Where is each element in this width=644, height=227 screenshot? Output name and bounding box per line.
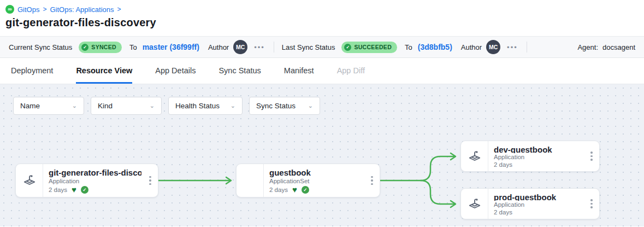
node-kind: Application	[494, 201, 583, 208]
agent-value: docsagent	[602, 43, 635, 51]
node-icon-cell	[237, 164, 264, 197]
chevron-down-icon: ⌄	[72, 102, 77, 109]
node-body: guestbook ApplicationSet 2 days ♥ ✓	[264, 164, 364, 197]
node-icon-cell	[461, 141, 488, 171]
node-kebab-menu[interactable]	[584, 141, 599, 171]
succeeded-badge-label: SUCCEEDED	[354, 44, 392, 50]
node-meta: 2 days ♥ ✓	[49, 185, 141, 194]
graph-filters: Name ⌄ Kind ⌄ Health Status ⌄ Sync Statu…	[13, 97, 320, 115]
node-kind: ApplicationSet	[269, 178, 363, 184]
breadcrumb: ∞ GitOps > GitOps: Applications >	[5, 5, 635, 14]
kebab-menu-icon	[371, 176, 373, 185]
synced-badge-label: SYNCED	[91, 44, 116, 50]
agent-info: Agent: docsagent	[577, 43, 635, 51]
tab-app-diff: App Diff	[337, 58, 365, 84]
divider	[274, 42, 274, 53]
node-kind: Application	[494, 154, 583, 160]
node-guestbook[interactable]: guestbook ApplicationSet 2 days ♥ ✓	[236, 164, 380, 197]
current-more-menu-icon[interactable]: •••	[254, 43, 265, 51]
check-icon: ✓	[81, 44, 88, 51]
node-dev-guestbook[interactable]: dev-guestbook Application 2 days	[460, 141, 600, 172]
last-sync-status-label: Last Sync Status	[282, 43, 335, 51]
last-author-label: Author	[461, 43, 482, 51]
health-heart-icon: ♥	[72, 185, 76, 194]
gitops-logo-icon: ∞	[5, 5, 14, 14]
page-header: ∞ GitOps > GitOps: Applications > git-ge…	[0, 0, 644, 36]
filter-sync-status-label: Sync Status	[256, 102, 296, 110]
application-icon	[22, 173, 37, 188]
filter-kind-label: Kind	[98, 102, 113, 110]
node-name: guestbook	[269, 168, 363, 177]
current-revision-link[interactable]: master (36f99ff)	[143, 43, 199, 51]
node-body: git-generator-files-disco... Application…	[43, 164, 143, 197]
last-to-label: To	[405, 43, 412, 51]
synced-check-icon: ✓	[302, 186, 309, 194]
current-sync-status-label: Current Sync Status	[9, 43, 72, 51]
succeeded-badge: ✓ SUCCEEDED	[341, 42, 397, 53]
agent-label: Agent:	[577, 43, 598, 51]
chevron-down-icon: ⌄	[231, 102, 235, 109]
node-kebab-menu[interactable]	[364, 164, 380, 197]
node-name: prod-guestbook	[494, 193, 583, 201]
synced-check-icon: ✓	[81, 186, 88, 194]
node-age: 2 days	[494, 209, 512, 216]
tab-app-details[interactable]: App Details	[155, 58, 196, 84]
node-age: 2 days	[269, 187, 288, 193]
breadcrumb-separator: >	[117, 5, 121, 13]
breadcrumb-separator: >	[43, 5, 46, 13]
current-to-label: To	[129, 43, 137, 51]
node-kebab-menu[interactable]	[143, 164, 158, 197]
kebab-menu-icon	[149, 176, 151, 185]
node-meta: 2 days ♥ ✓	[269, 185, 363, 194]
node-kebab-menu[interactable]	[584, 189, 599, 219]
node-name: dev-guestbook	[494, 145, 583, 153]
check-icon: ✓	[344, 44, 351, 51]
node-icon-cell	[461, 189, 488, 219]
node-prod-guestbook[interactable]: prod-guestbook Application 2 days	[460, 188, 600, 219]
last-more-menu-icon[interactable]: •••	[507, 43, 518, 51]
page-title: git-generator-files-discovery	[5, 16, 635, 29]
node-kind: Application	[49, 178, 141, 184]
node-age: 2 days	[49, 187, 67, 193]
filter-health-status-label: Health Status	[175, 102, 220, 110]
tab-deployment[interactable]: Deployment	[11, 58, 53, 84]
node-icon-cell	[16, 164, 43, 197]
tab-manifest[interactable]: Manifest	[284, 58, 314, 84]
node-meta: 2 days	[494, 209, 583, 216]
current-author-avatar: MC	[233, 40, 247, 54]
tab-bar: Deployment Resource View App Details Syn…	[0, 58, 644, 84]
filter-kind-dropdown[interactable]: Kind ⌄	[91, 97, 162, 115]
breadcrumb-applications[interactable]: GitOps: Applications	[50, 5, 114, 14]
kebab-menu-icon	[590, 199, 593, 208]
divider	[527, 42, 527, 53]
filter-name-dropdown[interactable]: Name ⌄	[13, 97, 84, 115]
last-revision-link[interactable]: (3d8bfb5)	[418, 43, 452, 51]
health-heart-icon: ♥	[292, 185, 297, 194]
node-name: git-generator-files-disco...	[49, 168, 141, 177]
resource-graph: Name ⌄ Kind ⌄ Health Status ⌄ Sync Statu…	[0, 84, 644, 226]
node-age: 2 days	[494, 161, 512, 168]
node-meta: 2 days	[494, 161, 583, 168]
tab-resource-view[interactable]: Resource View	[76, 58, 132, 84]
chevron-down-icon: ⌄	[150, 102, 155, 109]
kebab-menu-icon	[590, 152, 593, 161]
gitops-application-page: ∞ GitOps > GitOps: Applications > git-ge…	[0, 0, 644, 227]
application-icon	[468, 149, 482, 164]
filter-health-status-dropdown[interactable]: Health Status ⌄	[168, 97, 243, 115]
synced-badge: ✓ SYNCED	[79, 42, 122, 53]
sync-status-bar: Current Sync Status ✓ SYNCED To master (…	[0, 36, 644, 58]
filter-sync-status-dropdown[interactable]: Sync Status ⌄	[249, 97, 320, 115]
tab-sync-status[interactable]: Sync Status	[218, 58, 261, 84]
node-body: dev-guestbook Application 2 days	[488, 141, 584, 171]
current-author-label: Author	[208, 43, 229, 51]
filter-name-label: Name	[20, 102, 40, 110]
node-git-generator-files-discovery[interactable]: git-generator-files-disco... Application…	[15, 164, 158, 197]
breadcrumb-gitops[interactable]: GitOps	[17, 5, 39, 14]
last-author-avatar: MC	[486, 40, 500, 54]
application-icon	[468, 197, 482, 211]
chevron-down-icon: ⌄	[308, 102, 313, 109]
node-body: prod-guestbook Application 2 days	[488, 189, 584, 219]
